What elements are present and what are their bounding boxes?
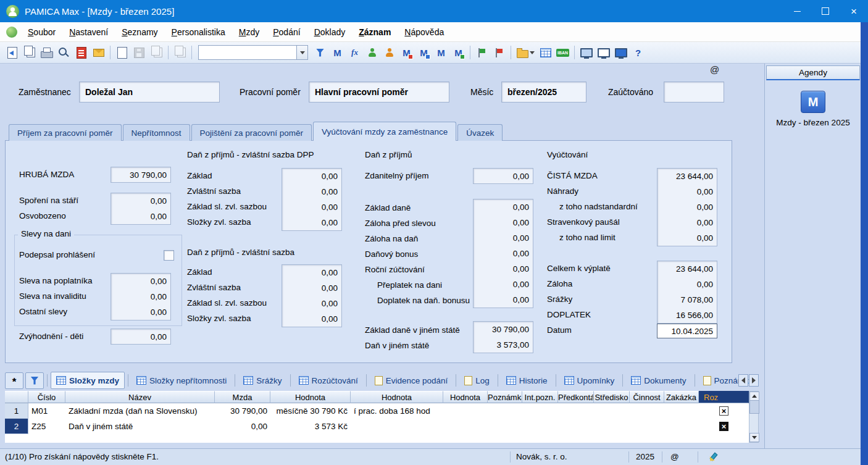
col4-totals-fields[interactable]: 23 644,000,007 078,0016 566,00 [657,261,717,324]
bottom-tab-srazky[interactable]: Srážky [238,372,286,388]
cell-cislo[interactable]: Z25 [28,419,65,434]
field-value[interactable]: 3 573,00 [474,337,533,353]
menu-nastaveni[interactable]: Nastavení [62,22,115,42]
field-value[interactable]: 23 644,00 [657,261,717,277]
bottom-tab-dokumenty[interactable]: Dokumenty [626,372,691,388]
cell-hodnota2[interactable] [351,419,443,434]
column-header-poznamka[interactable]: Poznámka [488,391,522,403]
cell-nazev[interactable]: Základní mzda (daň na Slovensku) [65,403,215,419]
field-value[interactable]: 0,00 [474,199,533,215]
zamestnanec-field[interactable]: Doležal Jan [79,82,220,103]
employee-orange-icon[interactable] [381,44,398,61]
toolbar-search-combobox[interactable] [198,45,308,60]
pracovni-pomer-field[interactable]: Hlavní pracovní poměr [309,82,449,103]
field-value[interactable]: 0,00 [657,199,717,215]
new-record-icon[interactable] [114,44,130,61]
cell-cinnost[interactable] [630,403,664,419]
field-value[interactable]: 30 790,00 [474,322,533,337]
sidebar-agenda-item[interactable]: M Mzdy - březen 2025 [765,85,861,127]
field-value[interactable]: 0,00 [111,304,170,320]
column-header-hodnota3[interactable]: Hodnota [443,391,488,403]
field-value[interactable]: 0,00 [282,184,341,199]
print-preview-icon[interactable] [56,44,72,61]
field-value[interactable]: 0,00 [282,280,341,296]
col3-foreign-fields[interactable]: 30 790,003 573,00 [473,321,533,353]
column-header-roz[interactable]: Roz [699,391,749,403]
copy-agenda-icon[interactable] [21,44,38,61]
monitor-2-icon[interactable] [595,44,612,61]
cell-hodnota2[interactable]: í prac. doba 168 hod [351,403,443,419]
maximize-button[interactable] [811,0,840,22]
menu-personalistika[interactable]: Personalistika [165,22,232,42]
rozuctovat-checkbox[interactable]: × [719,422,728,431]
child-window-icon[interactable] [6,27,17,38]
mzdy-agenda-icon[interactable]: M [329,44,346,61]
filter-records-icon[interactable] [312,44,328,61]
field-value[interactable]: 0,00 [657,215,717,230]
cell-mzda[interactable]: 0,00 [215,419,270,434]
mzdy-add-icon[interactable]: M [450,44,467,61]
iban-icon[interactable]: IBAN [554,44,571,61]
cell-mzda[interactable]: 30 790,00 [215,403,270,419]
cell-stredisko[interactable] [594,403,630,419]
bottom-tab-slozky-mzdy[interactable]: Složky mzdy [51,372,125,389]
column-header-nazev[interactable]: Název [65,391,215,403]
scrollbar-down-button[interactable] [749,433,759,442]
zdanitelny-prijem-field[interactable]: 0,00 [473,168,533,184]
column-header-hodnota1[interactable]: Hodnota [270,391,351,403]
open-agenda-icon[interactable] [4,44,20,61]
field-value[interactable]: 0,00 [111,209,170,224]
column-header-intpozn[interactable]: Int.pozn. [522,391,558,403]
combobox-dropdown-icon[interactable] [296,46,307,59]
menu-doklady[interactable]: Doklady [307,22,353,42]
column-header-zakazka[interactable]: Zakázka [664,391,699,403]
cell-poznamka[interactable] [488,419,522,434]
cell-zakazka[interactable] [664,419,699,434]
field-value[interactable]: 23 644,00 [657,169,717,184]
bottom-tab-log[interactable]: Log [459,372,495,388]
field-value[interactable]: 0,00 [657,184,717,199]
col1-stack1-fields[interactable]: 0,000,00 [111,193,171,225]
podepsal-prohlaseni-checkbox[interactable] [164,250,174,261]
menu-mzdy[interactable]: Mzdy [232,22,266,42]
bottom-tab-historie[interactable]: Historie [501,372,553,388]
flag-green-icon[interactable] [474,44,490,61]
tab-pojisteni[interactable]: Pojištění za pracovní poměr [191,124,312,141]
cell-poznamka[interactable] [488,403,522,419]
flag-red-icon[interactable] [491,44,507,61]
send-email-icon[interactable] [90,44,107,61]
tab-uvazek[interactable]: Úvazek [457,124,503,141]
field-value[interactable]: 0,00 [474,292,533,308]
cell-predkonta[interactable] [558,403,594,419]
close-button[interactable]: × [840,0,868,22]
table-view-icon[interactable] [537,44,554,61]
column-header-predkonta[interactable]: Předkontá [558,391,594,403]
scrollbar-thumb[interactable] [749,400,759,414]
bottom-tab-evidence-podani[interactable]: Evidence podání [370,372,453,388]
filter-button[interactable] [25,372,44,389]
tab-vyuctovani[interactable]: Vyúčtování mzdy za zaměstnance [313,122,456,141]
col1-stack2-fields[interactable]: 0,000,000,00 [111,273,171,320]
col3-fields[interactable]: 0,000,000,000,000,000,000,00 [473,199,533,308]
row-header-corner[interactable] [5,391,28,403]
monitor-3-icon[interactable] [612,44,629,61]
row-number-cell[interactable]: 2 [5,419,28,434]
mesic-field[interactable]: březen/2025 [501,82,586,103]
zauctovano-field[interactable] [664,82,724,103]
employee-green-icon[interactable] [364,44,380,61]
mzdy-plain-icon[interactable]: M [433,44,449,61]
bottom-tab-rozuctovani[interactable]: Rozúčtování [294,372,363,388]
column-header-mzda[interactable]: Mzda [215,391,270,403]
pdf-export-icon[interactable] [73,44,90,61]
documents-folder-icon[interactable] [514,44,536,61]
zvyhodneni-deti-field[interactable]: 0,00 [111,329,171,345]
cell-stredisko[interactable] [594,419,630,434]
table-row[interactable]: 2Z25Daň v jiném státě0,003 573 Kč× [5,419,749,434]
cell-hodnota3[interactable] [443,403,488,419]
cell-predkonta[interactable] [558,419,594,434]
cell-cinnost[interactable] [630,419,664,434]
cell-zakazka[interactable] [664,403,699,419]
minimize-button[interactable] [783,0,811,22]
cell-intpozn[interactable] [522,403,558,419]
menu-podani[interactable]: Podání [266,22,307,42]
